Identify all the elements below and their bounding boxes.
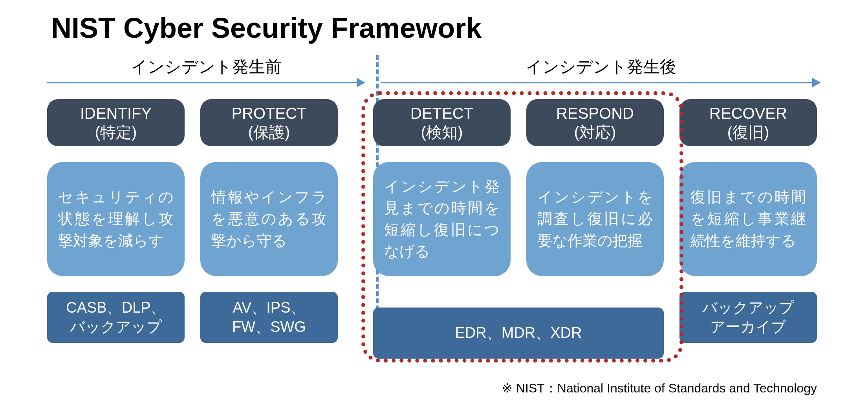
phase-pre: インシデント発生前 (47, 56, 365, 87)
tools-detect-respond-merged: EDR、MDR、XDR (373, 308, 664, 359)
phase-row: インシデント発生前 インシデント発生後 (47, 56, 821, 87)
header-en: PROTECT (231, 104, 306, 123)
header-jp: (対応) (574, 123, 616, 142)
desc-protect: 情報やインフラを悪意のある攻撃から守る (200, 162, 338, 276)
header-en: RESPOND (556, 104, 634, 123)
col-identify: IDENTIFY (特定) セキュリティの状態を理解し攻撃対象を減らす CASB… (47, 99, 185, 343)
header-en: DETECT (410, 104, 473, 123)
footnote: ※ NIST：National Institute of Standards a… (502, 380, 817, 397)
phase-post: インシデント発生後 (381, 56, 821, 87)
header-respond: RESPOND (対応) (526, 99, 664, 146)
arrow-head-icon (812, 78, 821, 87)
header-jp: (特定) (95, 123, 137, 142)
header-jp: (復旧) (727, 123, 769, 142)
phase-post-label: インシデント発生後 (381, 56, 821, 78)
desc-identify: セキュリティの状態を理解し攻撃対象を減らす (47, 162, 185, 276)
desc-detect: インシデント発見までの時間を短縮し復旧につなげる (373, 162, 511, 276)
col-recover: RECOVER (復旧) 復旧までの時間を短縮し事業継続性を維持する バックアッ… (679, 99, 817, 343)
header-en: IDENTIFY (80, 104, 152, 123)
col-respond: RESPOND (対応) インシデントを調査し復旧に必要な作業の把握 (526, 99, 664, 343)
header-protect: PROTECT (保護) (200, 99, 338, 146)
page-title: NIST Cyber Security Framework (51, 12, 821, 44)
header-identify: IDENTIFY (特定) (47, 99, 185, 146)
header-en: RECOVER (709, 104, 787, 123)
tools-protect: AV、IPS、 FW、SWG (200, 292, 338, 343)
columns-container: IDENTIFY (特定) セキュリティの状態を理解し攻撃対象を減らす CASB… (47, 99, 821, 343)
header-jp: (検知) (421, 123, 463, 142)
phase-pre-label: インシデント発生前 (47, 56, 365, 78)
desc-recover: 復旧までの時間を短縮し事業継続性を維持する (679, 162, 817, 276)
col-detect: DETECT (検知) インシデント発見までの時間を短縮し復旧につなげる (373, 99, 511, 343)
arrow-post (381, 78, 821, 87)
header-jp: (保護) (248, 123, 290, 142)
desc-respond: インシデントを調査し復旧に必要な作業の把握 (526, 162, 664, 276)
tools-identify: CASB、DLP、 バックアップ (47, 292, 185, 343)
diagram-page: NIST Cyber Security Framework インシデント発生前 … (0, 0, 868, 407)
header-recover: RECOVER (復旧) (679, 99, 817, 146)
col-protect: PROTECT (保護) 情報やインフラを悪意のある攻撃から守る AV、IPS、… (200, 99, 338, 343)
tools-recover: バックアップ アーカイブ (679, 292, 817, 343)
header-detect: DETECT (検知) (373, 99, 511, 146)
arrow-pre (47, 78, 365, 87)
arrow-head-icon (357, 78, 365, 87)
